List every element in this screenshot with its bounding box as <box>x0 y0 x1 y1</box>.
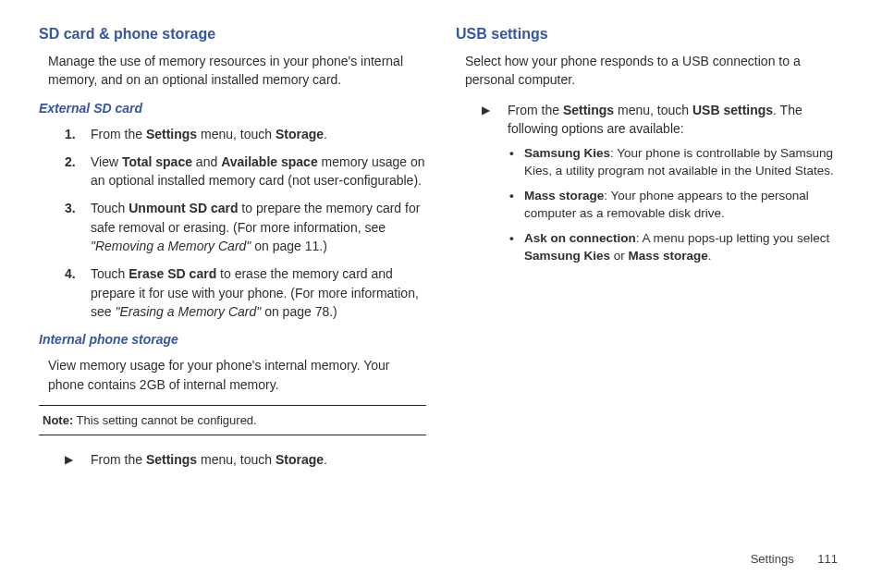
intro-internal-storage: View memory usage for your phone's inter… <box>48 356 426 394</box>
list-item: • Ask on connection: A menu pops-up lett… <box>509 230 843 265</box>
arrow-body: From the Settings menu, touch USB settin… <box>508 101 843 273</box>
step-body: From the Settings menu, touch Storage. <box>91 125 426 143</box>
arrow-icon: ▶ <box>65 450 91 469</box>
heading-usb-settings: USB settings <box>456 26 843 43</box>
footer-page-number: 111 <box>817 552 838 566</box>
step-4: 4. Touch Erase SD card to erase the memo… <box>65 264 426 321</box>
page-footer: Settings 111 <box>751 552 838 566</box>
arrow-body: From the Settings menu, touch Storage. <box>91 450 426 469</box>
right-column: USB settings Select how your phone respo… <box>456 26 843 478</box>
step-2: 2. View Total space and Available space … <box>65 153 426 190</box>
intro-usb-settings: Select how your phone responds to a USB … <box>465 52 843 90</box>
step-number: 2. <box>65 153 91 190</box>
bullet-icon: • <box>509 188 524 223</box>
list-body: Samsung Kies: Your phone is controllable… <box>524 145 843 180</box>
bullet-icon: • <box>509 145 524 180</box>
usb-options-list: • Samsung Kies: Your phone is controllab… <box>509 145 843 264</box>
heading-sd-card: SD card & phone storage <box>39 26 426 43</box>
step-3: 3. Touch Unmount SD card to prepare the … <box>65 199 426 255</box>
step-number: 3. <box>65 199 91 255</box>
arrow-icon: ▶ <box>482 101 508 273</box>
left-column: SD card & phone storage Manage the use o… <box>39 26 426 478</box>
subheading-external-sd: External SD card <box>39 101 426 116</box>
list-item: • Samsung Kies: Your phone is controllab… <box>509 145 843 180</box>
note-text: This setting cannot be configured. <box>73 413 257 427</box>
arrow-step-usb: ▶ From the Settings menu, touch USB sett… <box>482 101 843 273</box>
step-number: 4. <box>65 264 91 321</box>
list-body: Mass storage: Your phone appears to the … <box>524 188 843 223</box>
footer-section: Settings <box>751 552 794 566</box>
step-body: View Total space and Available space mem… <box>91 153 426 190</box>
intro-sd-card: Manage the use of memory resources in yo… <box>48 52 426 90</box>
external-sd-steps: 1. From the Settings menu, touch Storage… <box>65 125 426 322</box>
page-columns: SD card & phone storage Manage the use o… <box>39 26 843 478</box>
step-body: Touch Erase SD card to erase the memory … <box>91 264 426 321</box>
note-label: Note: <box>43 413 73 427</box>
list-body: Ask on connection: A menu pops-up lettin… <box>524 230 843 265</box>
arrow-step-storage: ▶ From the Settings menu, touch Storage. <box>65 450 426 469</box>
step-1: 1. From the Settings menu, touch Storage… <box>65 125 426 143</box>
list-item: • Mass storage: Your phone appears to th… <box>509 188 843 223</box>
bullet-icon: • <box>509 230 524 265</box>
subheading-internal-storage: Internal phone storage <box>39 332 426 347</box>
note-rule-bottom <box>39 435 426 435</box>
step-number: 1. <box>65 125 91 143</box>
step-body: Touch Unmount SD card to prepare the mem… <box>91 199 426 255</box>
note-box: Note: This setting cannot be configured. <box>39 406 426 435</box>
